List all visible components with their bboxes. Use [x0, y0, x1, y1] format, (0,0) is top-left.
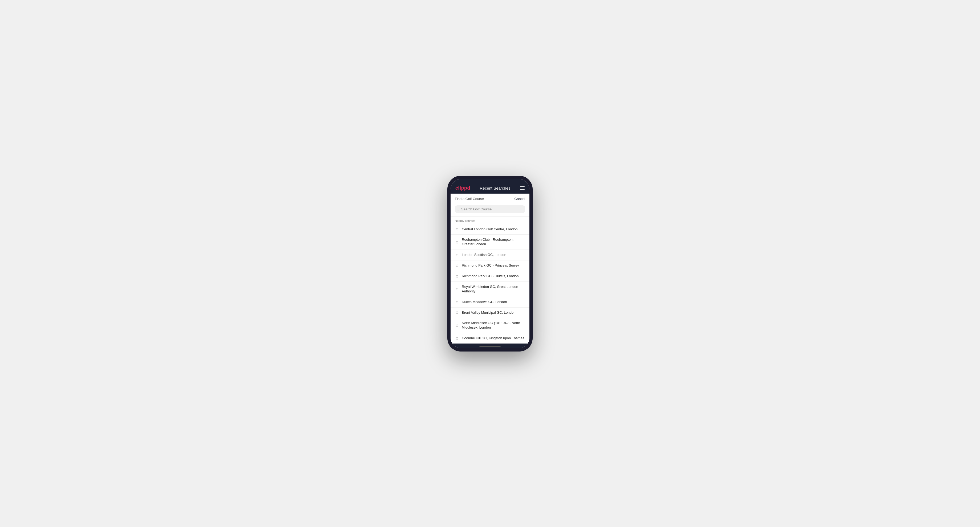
home-bar	[479, 346, 501, 347]
course-name: Richmond Park GC - Prince's, Surrey	[462, 264, 519, 268]
list-item[interactable]: ⊙ Richmond Park GC - Prince's, Surrey	[450, 260, 530, 271]
course-name: London Scottish GC, London	[462, 253, 506, 257]
pin-icon: ⊙	[455, 240, 459, 244]
course-name: Brent Valley Municipal GC, London	[462, 311, 515, 315]
pin-icon: ⊙	[455, 227, 459, 231]
pin-icon: ⊙	[455, 300, 459, 304]
status-bar	[450, 179, 530, 183]
find-header: Find a Golf Course Cancel	[450, 194, 530, 203]
pin-icon: ⊙	[455, 337, 459, 340]
search-input[interactable]	[461, 207, 522, 211]
content-area: Find a Golf Course Cancel ⌕ Nearby cours…	[450, 194, 530, 343]
phone-screen: clippd Recent Searches Find a Golf Cours…	[450, 179, 530, 348]
pin-icon: ⊙	[455, 264, 459, 268]
list-item[interactable]: ⊙ Royal Wimbledon GC, Great London Autho…	[450, 282, 530, 297]
pin-icon: ⊙	[455, 253, 459, 257]
list-item[interactable]: ⊙ Coombe Hill GC, Kingston upon Thames	[450, 333, 530, 343]
pin-icon: ⊙	[455, 324, 459, 327]
nearby-section: Nearby courses ⊙ Central London Golf Cen…	[450, 216, 530, 343]
list-item[interactable]: ⊙ North Middlesex GC (1011942 - North Mi…	[450, 318, 530, 333]
hamburger-menu-button[interactable]	[520, 186, 525, 190]
search-icon: ⌕	[458, 207, 460, 211]
course-name: Royal Wimbledon GC, Great London Authori…	[462, 285, 525, 294]
phone-frame: clippd Recent Searches Find a Golf Cours…	[447, 176, 533, 351]
nav-bar: clippd Recent Searches	[450, 183, 530, 194]
list-item[interactable]: ⊙ Dukes Meadows GC, London	[450, 297, 530, 308]
course-name: Coombe Hill GC, Kingston upon Thames	[462, 336, 524, 341]
find-label: Find a Golf Course	[455, 197, 484, 201]
cancel-button[interactable]: Cancel	[514, 197, 525, 201]
list-item[interactable]: ⊙ Brent Valley Municipal GC, London	[450, 308, 530, 318]
course-name: Roehampton Club - Roehampton, Greater Lo…	[462, 238, 525, 247]
list-item[interactable]: ⊙ London Scottish GC, London	[450, 250, 530, 260]
app-logo: clippd	[455, 185, 470, 191]
nav-title: Recent Searches	[480, 186, 510, 190]
course-name: Richmond Park GC - Duke's, London	[462, 274, 519, 279]
course-name: Dukes Meadows GC, London	[462, 300, 507, 305]
pin-icon: ⊙	[455, 311, 459, 314]
list-item[interactable]: ⊙ Richmond Park GC - Duke's, London	[450, 271, 530, 282]
search-bar-container: ⌕	[450, 203, 530, 216]
list-item[interactable]: ⊙ Roehampton Club - Roehampton, Greater …	[450, 235, 530, 250]
nearby-courses-header: Nearby courses	[450, 216, 530, 224]
search-bar: ⌕	[455, 205, 525, 213]
pin-icon: ⊙	[455, 287, 459, 291]
pin-icon: ⊙	[455, 274, 459, 278]
course-name: Central London Golf Centre, London	[462, 227, 518, 232]
list-item[interactable]: ⊙ Central London Golf Centre, London	[450, 224, 530, 235]
course-name: North Middlesex GC (1011942 - North Midd…	[462, 321, 525, 330]
home-indicator	[450, 343, 530, 348]
